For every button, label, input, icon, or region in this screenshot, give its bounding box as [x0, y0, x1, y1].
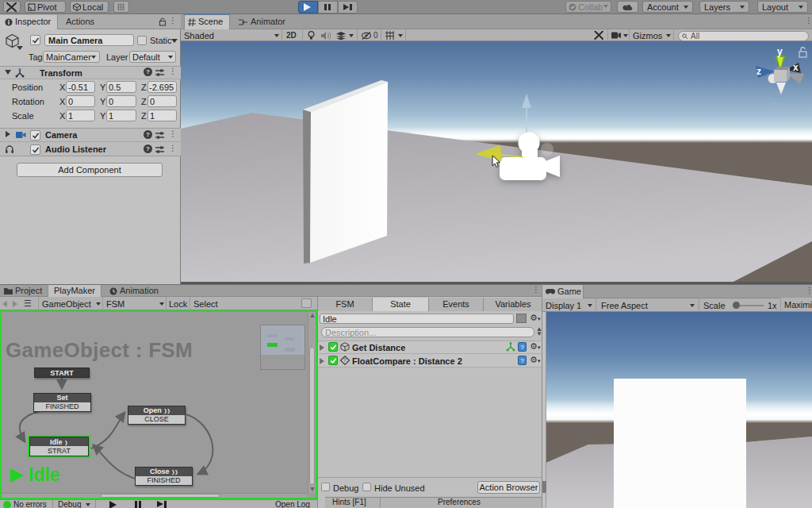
svg-text:z: z	[756, 66, 761, 77]
svg-text:☰ Iso: ☰ Iso	[771, 102, 793, 111]
svg-text:?: ?	[343, 357, 347, 363]
svg-text:y: y	[777, 46, 783, 57]
svg-text:x: x	[793, 62, 799, 73]
